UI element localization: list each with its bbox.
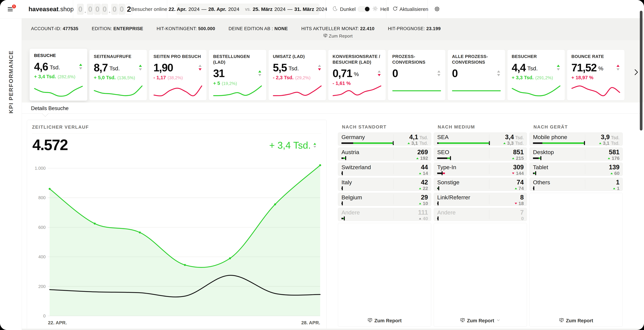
chart-title: ZEITLICHER VERLAUF [27, 120, 326, 134]
gear-icon [434, 10, 440, 12]
kpi-card-prozess-conversions[interactable]: PROZESS-CONVERSIONS0 [388, 50, 446, 100]
list-item-type-in[interactable]: Type-In309144 [434, 163, 527, 176]
kpi-value: 1,90 [154, 61, 173, 74]
sort-arrows-icon[interactable] [378, 70, 381, 76]
list-item-sonstige[interactable]: Sonstige7474 [434, 178, 527, 191]
list-item-sea[interactable]: SEA3,4 Tsd.3,3 Tsd. [434, 133, 527, 146]
kpi-card-umsatz-lad-[interactable]: UMSATZ (LAD)5,5Tsd.- 2,3 Tsd.(29,2%) [268, 50, 326, 100]
logo[interactable]: haveaseat.shop [28, 6, 74, 13]
tab-divider [22, 113, 644, 114]
account-item-label: HIT-KONTINGENT: [157, 26, 197, 31]
settings-button[interactable] [434, 6, 440, 12]
row-change: 10 [419, 201, 428, 206]
svg-text:200: 200 [38, 284, 46, 289]
account-item-value: 22.410 [360, 26, 374, 31]
svg-text:400: 400 [38, 254, 46, 259]
row-value: 309 [513, 164, 524, 171]
kpi-title: BESUCHE [34, 53, 83, 58]
kpi-change: - 2,3 Tsd.(29,2%) [273, 75, 322, 80]
kpi-card-besucher[interactable]: BESUCHER4,4Tsd.+ 3,3 Tsd.(291,2%) [507, 50, 565, 100]
sort-arrows-icon[interactable] [139, 65, 142, 71]
scrollbar-thumb[interactable] [640, 11, 642, 131]
sort-arrows-icon[interactable] [314, 143, 316, 148]
list-item-mobile-phone[interactable]: Mobile phone3,9 Tsd.3,1 Tsd. [530, 133, 623, 146]
kpi-card-alle-prozess-conversions[interactable]: ALLE PROZESS-CONVERSIONS0 [448, 50, 505, 100]
list-item-italy[interactable]: Italy4222 [338, 178, 431, 191]
kpi-sparkline [34, 85, 83, 97]
row-label: Andere [437, 209, 456, 216]
zum-report-link[interactable]: Zum Report [434, 318, 527, 324]
kpi-card-bounce-rate[interactable]: BOUNCE RATE71,52%+ 18,97 % [567, 50, 625, 100]
sort-arrows-icon[interactable] [198, 65, 202, 71]
panel-nach-standort: NACH STANDORTGermany4,1 Tsd.3,1 Tsd.Aust… [338, 120, 431, 327]
kpi-sparkline [332, 85, 381, 97]
list-item-germany[interactable]: Germany4,1 Tsd.3,1 Tsd. [338, 133, 431, 146]
row-label: Germany [342, 134, 365, 140]
kpi-value: 4,6 [34, 60, 48, 73]
svg-text:600: 600 [38, 225, 46, 230]
account-item-value: ENTERPRISE [113, 26, 143, 31]
row-change: 74 [515, 186, 524, 191]
kpi-title: PROZESS-CONVERSIONS [392, 54, 441, 65]
row-change: 192 [416, 156, 428, 161]
refresh-button[interactable]: Aktualisieren [392, 6, 428, 12]
divider [427, 0, 428, 18]
list-item-andere[interactable]: Andere11140 [338, 208, 431, 221]
sort-arrows-icon[interactable] [557, 65, 560, 71]
date-range-picker[interactable]: 22. Apr.2024 — 28. Apr.2024 vs. 25. März… [176, 4, 319, 15]
tab-details-besuche[interactable]: Details Besuche [31, 105, 68, 111]
kpi-scroll-right-button[interactable] [632, 68, 640, 77]
list-item-belgium[interactable]: Belgium2910 [338, 193, 431, 206]
sort-arrows-icon[interactable] [318, 65, 321, 71]
panel-empty-area: Zum Report [434, 223, 527, 327]
refresh-label: Aktualisieren [400, 6, 428, 12]
kpi-card-konversionsrate-besucher-lad-[interactable]: KONVERSIONSRATE / BESUCHER (LAD)0,71%- 1… [328, 50, 386, 100]
theme-toggle[interactable] [358, 6, 370, 12]
list-item-others[interactable]: Others11 [530, 178, 623, 191]
row-bar [342, 171, 343, 175]
kpi-card-seiten-pro-besuch[interactable]: SEITEN PRO BESUCH1,90- 1,17(38,2%) [149, 50, 207, 100]
kpi-value: 31 [213, 67, 224, 80]
list-item-link-referrer[interactable]: Link/Referrer818 [434, 193, 527, 206]
list-item-tablet[interactable]: Tablet13960 [530, 163, 623, 176]
zum-report-link[interactable]: Zum Report [530, 318, 622, 324]
sort-arrows-icon[interactable] [616, 65, 620, 71]
sort-arrows-icon[interactable] [258, 70, 261, 76]
report-icon [559, 318, 564, 324]
sort-arrows-icon[interactable] [79, 64, 82, 69]
kpi-strip: BESUCHE4,6Tsd.+ 3,4 Tsd.(282,6%)SEITENAU… [22, 40, 644, 103]
kpi-unit: Tsd. [288, 65, 299, 72]
kpi-card-seitenaufrufe[interactable]: SEITENAUFRUFE8,7Tsd.+ 5,0 Tsd.(136,5%) [89, 50, 147, 100]
kpi-title: BESTELLUNGEN (LAD) [213, 54, 262, 65]
chart-change: + 3,4 Tsd. [269, 140, 316, 151]
sort-arrows-icon[interactable] [438, 70, 440, 76]
sort-arrows-icon[interactable] [497, 70, 500, 76]
list-item-seo[interactable]: SEO851215 [434, 148, 527, 161]
list-item-andere[interactable]: Andere70 [434, 208, 527, 221]
row-value: 42 [421, 179, 428, 186]
kpi-unit: Tsd. [527, 65, 538, 72]
kpi-value: 5,5 [273, 61, 287, 74]
svg-text:800: 800 [38, 195, 46, 200]
kpi-card-besuche[interactable]: BESUCHE4,6Tsd.+ 3,4 Tsd.(282,6%) [30, 49, 88, 101]
line-chart: 02004006008001.00022. APR.28. APR. [27, 159, 327, 328]
app-window: 1 haveaseat.shop 0000002 Besucher online… [0, 0, 644, 330]
row-label: Andere [342, 209, 360, 216]
panel-header: NACH GERÄT [534, 125, 623, 130]
list-item-austria[interactable]: Austria269192 [338, 148, 431, 161]
row-change: 40 [419, 216, 428, 221]
menu-button[interactable]: 1 [8, 5, 15, 13]
list-item-desktop[interactable]: Desktop581176 [530, 148, 623, 161]
kpi-card-bestellungen-lad-[interactable]: BESTELLUNGEN (LAD)31+ 5(19,2%) [209, 50, 266, 100]
zum-report-link[interactable]: Zum Report [301, 33, 374, 39]
row-value: 4,1 Tsd. [410, 134, 428, 141]
row-bar [437, 171, 445, 175]
list-item-switzerland[interactable]: Switzerland4414 [338, 163, 431, 176]
row-change: 1 [613, 186, 620, 191]
row-bar [437, 216, 438, 220]
panel-empty-area: Zum Report [530, 193, 623, 327]
zum-report-link[interactable]: Zum Report [338, 318, 431, 324]
row-value: 269 [418, 149, 428, 156]
visitors-online-label: Besucher online [131, 6, 167, 12]
account-item-label: HIT-PROGNOSE: [388, 26, 425, 31]
